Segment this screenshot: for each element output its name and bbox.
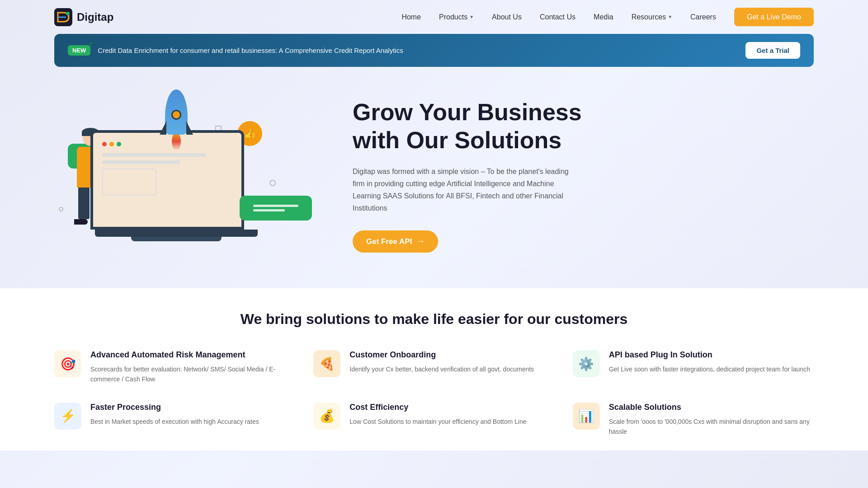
- solution-title: Faster Processing: [90, 403, 259, 412]
- solution-title: Scalable Solutions: [609, 403, 814, 412]
- solution-title: API based Plug In Solution: [609, 350, 810, 360]
- new-badge: NEW: [68, 45, 90, 56]
- nav-live-demo-button[interactable]: Get a Live Demo: [734, 8, 814, 26]
- get-free-api-button[interactable]: Get Free API →: [353, 230, 438, 253]
- hero-title-line2: with Our Solutions: [353, 127, 561, 153]
- solution-content: Customer Onboarding Identify your Cx bet…: [349, 350, 534, 385]
- nav-home[interactable]: Home: [401, 13, 421, 21]
- svg-point-1: [66, 12, 70, 15]
- dot-red: [102, 142, 107, 146]
- get-trial-button[interactable]: Get a Trial: [745, 42, 800, 59]
- solution-card: 🎯 Advanced Automated Risk Management Sco…: [54, 350, 295, 385]
- hero-section: Grow Your Business with Our Solutions Di…: [0, 67, 868, 279]
- msg-line-2: [253, 209, 285, 211]
- solution-content: API based Plug In Solution Get Live soon…: [609, 350, 810, 385]
- solution-icon: 📊: [573, 403, 600, 430]
- solution-desc: Scorecards for better evaluation: Networ…: [90, 364, 295, 385]
- solution-title: Cost Efficiency: [349, 403, 526, 412]
- brand-name: Digitap: [77, 11, 113, 23]
- solution-desc: Scale from 'ooos to '000,000s Cxs with m…: [609, 417, 814, 437]
- deco-circle-2: [59, 207, 63, 211]
- solution-content: Scalable Solutions Scale from 'ooos to '…: [609, 403, 814, 437]
- nav-about[interactable]: About Us: [492, 13, 522, 21]
- rocket-fin-right: [186, 121, 193, 135]
- screen-box: [102, 169, 156, 196]
- hero-illustration: [54, 85, 326, 266]
- person-leg-left: [78, 188, 90, 219]
- solution-desc: Identify your Cx better, backend verific…: [349, 364, 534, 374]
- nav-products[interactable]: Products: [439, 13, 474, 21]
- solution-content: Cost Efficiency Low Cost Solutions to ma…: [349, 403, 526, 437]
- nav-links: Home Products About Us Contact Us Media …: [401, 13, 814, 21]
- solution-content: Advanced Automated Risk Management Score…: [90, 350, 295, 385]
- solution-icon: ⚡: [54, 403, 81, 430]
- logo-link[interactable]: Digitap: [54, 8, 113, 26]
- deco-circle-1: [269, 180, 276, 186]
- solution-card: 🍕 Customer Onboarding Identify your Cx b…: [313, 350, 554, 385]
- dot-yellow: [109, 142, 114, 146]
- solution-title: Customer Onboarding: [349, 350, 534, 360]
- hero-cta-arrow: →: [416, 237, 425, 246]
- solution-desc: Get Live soon with faster integrations, …: [609, 364, 810, 374]
- rocket-window: [171, 110, 181, 120]
- green-message-bubble: [240, 196, 312, 221]
- solution-desc: Low Cost Solutions to maintain your effi…: [349, 417, 526, 427]
- nav-resources[interactable]: Resources: [632, 13, 672, 21]
- hero-cta-label: Get Free API: [366, 237, 412, 246]
- solutions-grid: 🎯 Advanced Automated Risk Management Sco…: [54, 350, 814, 437]
- nav-media[interactable]: Media: [594, 13, 613, 21]
- dot-green: [117, 142, 121, 146]
- hero-text: Grow Your Business with Our Solutions Di…: [353, 98, 814, 253]
- hero-description: Digitap was formed with a simple vision …: [353, 165, 570, 215]
- solution-desc: Best in Market speeds of execution with …: [90, 417, 259, 427]
- solution-card: ⚡ Faster Processing Best in Market speed…: [54, 403, 295, 437]
- solution-content: Faster Processing Best in Market speeds …: [90, 403, 259, 437]
- hero-title-line1: Grow Your Business: [353, 99, 582, 125]
- person-shoe-left: [74, 219, 88, 225]
- announcement-banner: NEW Credit Data Enrichment for consumer …: [54, 34, 814, 67]
- nav-careers[interactable]: Careers: [690, 13, 716, 21]
- solution-card: 💰 Cost Efficiency Low Cost Solutions to …: [313, 403, 554, 437]
- logo-icon: [54, 8, 72, 26]
- hero-title: Grow Your Business with Our Solutions: [353, 98, 814, 155]
- solution-title: Advanced Automated Risk Management: [90, 350, 295, 360]
- rocket-illustration: [158, 89, 194, 162]
- laptop-stand: [131, 237, 222, 241]
- solution-icon: 💰: [313, 403, 340, 430]
- message-lines: [253, 205, 298, 211]
- banner-left: NEW Credit Data Enrichment for consumer …: [68, 45, 403, 56]
- rocket-fin-left: [160, 121, 166, 135]
- msg-line-1: [253, 205, 298, 207]
- banner-text: Credit Data Enrichment for consumer and …: [98, 47, 403, 54]
- rocket-flame: [172, 132, 181, 150]
- solution-card: ⚙️ API based Plug In Solution Get Live s…: [573, 350, 814, 385]
- solution-icon: 🎯: [54, 350, 81, 377]
- nav-contact[interactable]: Contact Us: [540, 13, 576, 21]
- solution-card: 📊 Scalable Solutions Scale from 'ooos to…: [573, 403, 814, 437]
- laptop-base: [95, 230, 258, 237]
- rocket-body: [165, 89, 188, 135]
- solution-icon: ⚙️: [573, 350, 600, 377]
- navbar: Digitap Home Products About Us Contact U…: [0, 0, 868, 34]
- solution-icon: 🍕: [313, 350, 340, 377]
- solutions-title: We bring solutions to make life easier f…: [54, 311, 814, 328]
- solutions-section: We bring solutions to make life easier f…: [0, 288, 868, 450]
